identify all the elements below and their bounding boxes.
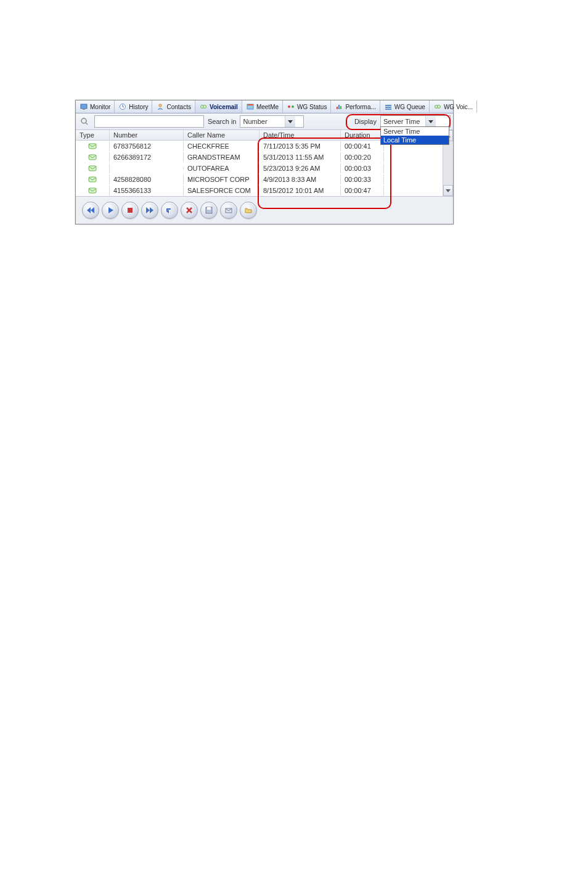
svg-marker-27: [108, 207, 113, 213]
cell-duration: 00:00:33: [341, 174, 384, 184]
stop-button[interactable]: [121, 202, 139, 219]
cell-duration: 00:00:20: [341, 152, 384, 162]
play-button[interactable]: [102, 202, 119, 219]
playback-controls: [76, 197, 453, 224]
svg-rect-0: [81, 104, 87, 109]
contacts-icon: [156, 102, 165, 111]
col-caller[interactable]: Caller Name: [184, 130, 259, 140]
tab-contacts-label: Contacts: [166, 104, 190, 110]
tab-performance-label: Performa...: [345, 104, 375, 110]
svg-rect-20: [89, 144, 96, 149]
cell-number: 6266389172: [110, 152, 184, 162]
svg-rect-10: [337, 107, 338, 109]
tab-monitor[interactable]: Monitor: [76, 101, 115, 113]
col-number[interactable]: Number: [110, 130, 184, 140]
table-row[interactable]: OUTOFAREA5/23/2013 9:26 AM00:00:03: [76, 163, 453, 174]
save-button[interactable]: [200, 202, 218, 219]
svg-line-19: [86, 123, 88, 125]
cell-datetime: 5/31/2013 11:55 AM: [259, 152, 341, 162]
tab-voicemail-label: Voicemail: [210, 104, 238, 110]
svg-rect-1: [83, 109, 85, 110]
voicemail-icon: [199, 102, 208, 111]
svg-point-3: [159, 104, 161, 107]
meetme-icon: [246, 102, 255, 111]
voicemail-type-icon: [76, 163, 110, 173]
performance-icon: [335, 102, 343, 111]
display-combo[interactable]: Server Time Server Time Local Time: [380, 115, 451, 128]
svg-rect-12: [340, 106, 341, 109]
svg-point-9: [292, 105, 294, 108]
voicemail-type-icon: [76, 152, 110, 162]
cell-datetime: 4/9/2013 8:33 AM: [259, 174, 341, 184]
table-row[interactable]: 4155366133SALESFORCE COM8/15/2012 10:01 …: [76, 185, 453, 196]
tab-contacts[interactable]: Contacts: [152, 101, 195, 113]
tab-meetme-label: MeetMe: [256, 104, 279, 110]
forward-voicemail-button[interactable]: [220, 202, 237, 219]
table-row[interactable]: 4258828080MICROSOFT CORP4/9/2013 8:33 AM…: [76, 174, 453, 185]
filter-row: Search in Number Display Server Time Ser…: [76, 113, 453, 130]
tab-voicemail[interactable]: Voicemail: [195, 101, 242, 113]
col-type[interactable]: Type: [76, 130, 110, 140]
delete-button[interactable]: [181, 202, 198, 219]
svg-rect-15: [385, 109, 391, 110]
cell-datetime: 8/15/2012 10:01 AM: [259, 186, 341, 195]
cell-number: 4258828080: [110, 174, 184, 184]
tab-wg-voic[interactable]: WG Voic...: [430, 101, 477, 113]
tab-history-label: History: [129, 104, 148, 110]
col-date[interactable]: Date/Time: [259, 130, 341, 140]
scroll-down-button[interactable]: [443, 185, 453, 196]
cell-duration: 00:00:41: [341, 141, 384, 151]
tab-monitor-label: Monitor: [90, 104, 110, 110]
display-value: Server Time: [381, 118, 425, 125]
tab-wg-voic-label: WG Voic...: [444, 104, 473, 110]
svg-rect-11: [338, 105, 340, 109]
display-dropdown-btn[interactable]: [425, 116, 436, 127]
svg-rect-35: [207, 207, 211, 210]
return-call-button[interactable]: [161, 202, 178, 219]
wg-queue-icon: [384, 102, 393, 111]
cell-caller: CHECKFREE: [184, 141, 259, 151]
display-option-local-time[interactable]: Local Time: [381, 136, 449, 144]
cell-datetime: 5/23/2013 9:26 AM: [259, 163, 341, 173]
svg-rect-14: [385, 107, 391, 108]
tab-performance[interactable]: Performa...: [331, 101, 380, 113]
svg-rect-13: [385, 105, 391, 106]
col-duration[interactable]: Duration: [341, 130, 384, 140]
table-row[interactable]: 6266389172GRANDSTREAM5/31/2013 11:55 AM0…: [76, 152, 453, 163]
history-icon: [118, 102, 127, 111]
display-dropdown-panel: Server Time Local Time: [380, 126, 449, 145]
tab-wg-status-label: WG Status: [297, 104, 327, 110]
tab-history[interactable]: History: [115, 101, 152, 113]
search-in-dropdown-btn[interactable]: [285, 116, 295, 127]
tab-bar: Monitor History Contacts Voicemail: [76, 101, 453, 113]
grid-body: 6783756812CHECKFREE7/11/2013 5:35 PM00:0…: [76, 141, 453, 196]
cell-datetime: 7/11/2013 5:35 PM: [259, 141, 341, 151]
cell-caller: GRANDSTREAM: [184, 152, 259, 162]
tab-wg-status[interactable]: WG Status: [283, 101, 331, 113]
rewind-button[interactable]: [82, 202, 99, 219]
search-in-value: Number: [240, 118, 285, 125]
forward-button[interactable]: [141, 202, 158, 219]
search-in-combo[interactable]: Number: [240, 115, 304, 128]
search-in-label: Search in: [208, 118, 236, 125]
cell-caller: SALESFORCE COM: [184, 186, 259, 195]
svg-marker-25: [87, 207, 91, 213]
svg-marker-29: [146, 207, 150, 213]
cell-duration: 00:00:47: [341, 186, 384, 195]
svg-rect-22: [89, 166, 96, 171]
svg-rect-28: [128, 208, 133, 213]
app-window: Monitor History Contacts Voicemail: [75, 100, 454, 224]
cell-caller: MICROSOFT CORP: [184, 174, 259, 184]
monitor-icon: [80, 102, 88, 111]
svg-marker-26: [91, 207, 94, 213]
search-icon: [78, 115, 91, 128]
tab-meetme[interactable]: MeetMe: [242, 101, 283, 113]
tab-wg-queue[interactable]: WG Queue: [380, 101, 430, 113]
display-option-server-time[interactable]: Server Time: [381, 127, 449, 136]
search-input[interactable]: [94, 115, 204, 128]
voicemail-type-icon: [76, 174, 110, 184]
svg-point-17: [437, 105, 440, 109]
svg-point-8: [288, 105, 290, 108]
svg-rect-23: [89, 177, 96, 182]
open-folder-button[interactable]: [240, 202, 257, 219]
